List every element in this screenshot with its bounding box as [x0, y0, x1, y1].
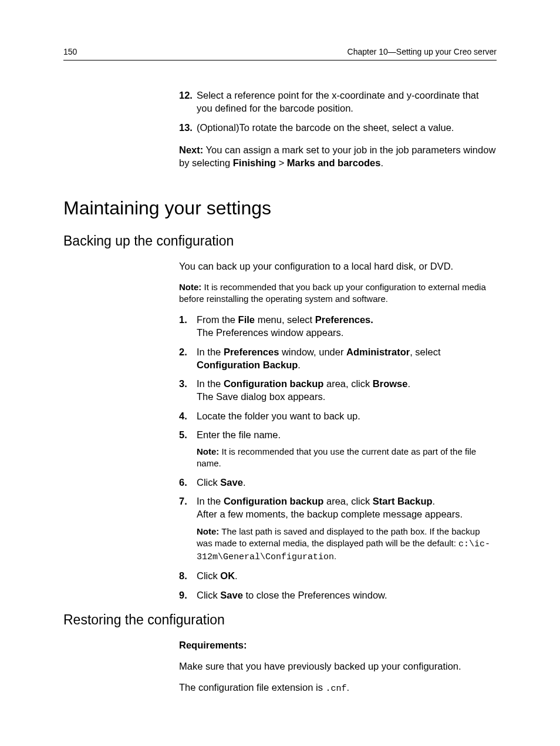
tail: . [298, 359, 301, 370]
backup-step-9: 9. Click Save to close the Preferences w… [179, 589, 497, 601]
backup-step-5: 5. Enter the file name. Note: It is reco… [179, 428, 497, 470]
note-label: Note: [197, 526, 219, 536]
chapter-label: Chapter 10—Setting up your Creo server [348, 47, 497, 56]
b: OK [220, 570, 235, 581]
t: In the [197, 378, 224, 389]
step-body: Click Save. [197, 476, 497, 489]
ext-code: .cnf [325, 684, 346, 694]
req-label: Requirements: [179, 640, 247, 650]
next-bold-1: Finishing [233, 157, 276, 168]
backup-step-3: 3. In the Configuration backup area, cli… [179, 377, 497, 404]
next-label: Next: [179, 145, 203, 155]
t: From the [197, 314, 238, 325]
backup-step-4: 4. Locate the folder you want to back up… [179, 409, 497, 422]
step-number: 12. [179, 89, 197, 115]
step-number: 3. [179, 377, 197, 404]
step-body: In the Configuration backup area, click … [197, 377, 497, 404]
subsection-heading-backup: Backing up the configuration [63, 233, 497, 249]
step-number: 7. [179, 495, 197, 563]
step-number: 13. [179, 121, 197, 134]
backup-step-2: 2. In the Preferences window, under Admi… [179, 345, 497, 372]
t: Click [197, 590, 220, 600]
line2: The Save dialog box appears. [197, 391, 325, 402]
b: Save [220, 590, 243, 600]
next-sep: > [276, 157, 287, 168]
t: In the [197, 496, 224, 506]
t: Enter the file name. [197, 429, 281, 440]
backup-step-1: 1. From the File menu, select Preference… [179, 313, 497, 340]
b: Save [220, 477, 243, 488]
t: Click [197, 477, 220, 488]
tail: . [433, 496, 436, 506]
b: Configuration Backup [197, 359, 298, 370]
t: menu, select [255, 314, 315, 325]
line2: After a few moments, the backup complete… [197, 509, 463, 519]
subsection-heading-restore: Restoring the configuration [63, 612, 497, 628]
t: , select [410, 347, 440, 357]
b: Administrator [346, 347, 410, 357]
step-body: (Optional)To rotate the barcode on the s… [197, 121, 497, 134]
backup-note: Note: It is recommended that you back up… [179, 281, 497, 305]
b: File [238, 314, 255, 325]
t: In the [197, 347, 224, 357]
requirements-text: Make sure that you have previously backe… [179, 660, 497, 673]
step-number: 8. [179, 569, 197, 582]
note-tail: . [334, 551, 336, 561]
t: window, under [279, 347, 346, 357]
step-7-note: Note: The last path is saved and display… [197, 526, 497, 564]
step-body: In the Preferences window, under Adminis… [197, 345, 497, 372]
note-text: It is recommended that you back up your … [179, 282, 486, 304]
step-body: Enter the file name. Note: It is recomme… [197, 428, 497, 470]
b: Preferences [224, 347, 279, 357]
t: Click [197, 570, 220, 581]
step-body: Select a reference point for the x-coord… [197, 89, 497, 115]
backup-intro: You can back up your configuration to a … [179, 260, 497, 273]
next-tail: . [380, 157, 383, 168]
b: Configuration backup [224, 496, 324, 506]
step-number: 1. [179, 313, 197, 340]
step-13: 13. (Optional)To rotate the barcode on t… [179, 121, 497, 134]
next-block: Next: You can assign a mark set to your … [179, 143, 497, 170]
backup-step-8: 8. Click OK. [179, 569, 497, 582]
step-body: In the Configuration backup area, click … [197, 495, 497, 563]
intro-steps-block: 12. Select a reference point for the x-c… [179, 89, 497, 169]
step-body: Click Save to close the Preferences wind… [197, 589, 497, 601]
step-number: 2. [179, 345, 197, 372]
tail: . [243, 477, 246, 488]
step-body: Locate the folder you want to back up. [197, 409, 497, 422]
b: Browse [373, 378, 408, 389]
b: Start Backup [373, 496, 433, 506]
step-body: Click OK. [197, 569, 497, 582]
step-number: 5. [179, 428, 197, 470]
note-label: Note: [197, 446, 219, 456]
backup-step-7: 7. In the Configuration backup area, cli… [179, 495, 497, 563]
step-12: 12. Select a reference point for the x-c… [179, 89, 497, 115]
backup-step-6: 6. Click Save. [179, 476, 497, 489]
t: The configuration file extension is [179, 682, 325, 693]
t: area, click [323, 378, 372, 389]
tail: . [347, 682, 350, 693]
section-heading-maintaining: Maintaining your settings [63, 197, 497, 219]
b: Preferences. [315, 314, 373, 325]
tail: . [235, 570, 238, 581]
note-label: Note: [179, 282, 201, 292]
backup-step-list: 1. From the File menu, select Preference… [179, 313, 497, 601]
t: area, click [323, 496, 372, 506]
step-5-note: Note: It is recommended that you use the… [197, 446, 497, 470]
page-number: 150 [63, 47, 77, 56]
b: Configuration backup [224, 378, 324, 389]
t: to close the Preferences window. [243, 590, 387, 600]
step-body: From the File menu, select Preferences. … [197, 313, 497, 340]
requirements-label: Requirements: [179, 639, 497, 651]
note-text: The last path is saved and displayed to … [197, 526, 480, 548]
next-bold-2: Marks and barcodes [287, 157, 381, 168]
page-header: 150 Chapter 10—Setting up your Creo serv… [63, 47, 497, 61]
step-number: 9. [179, 589, 197, 601]
backup-content: You can back up your configuration to a … [179, 260, 497, 601]
intro-step-list: 12. Select a reference point for the x-c… [179, 89, 497, 134]
line2: The Preferences window appears. [197, 327, 343, 338]
step-number: 6. [179, 476, 197, 489]
note-text: It is recommended that you use the curre… [197, 446, 476, 468]
tail: . [407, 378, 410, 389]
extension-text: The configuration file extension is .cnf… [179, 681, 497, 695]
